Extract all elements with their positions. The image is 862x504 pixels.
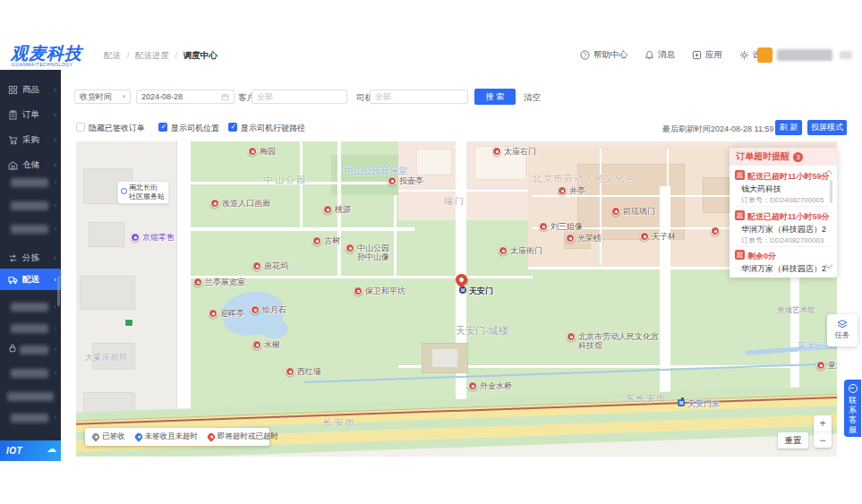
date-input[interactable]: 2024-08-28	[136, 90, 235, 104]
customer-input[interactable]: 全部	[252, 90, 347, 104]
avatar[interactable]	[757, 47, 772, 63]
map-poi[interactable]	[711, 226, 720, 235]
map-path	[300, 141, 303, 231]
map-poi[interactable]: 迎晖亭	[209, 309, 244, 318]
area-label-huangcheng-art: 皇城艺术馆	[777, 305, 815, 316]
sidebar-item-redacted[interactable]	[11, 414, 48, 423]
map-poi[interactable]: 北京市劳动人民文化宫科技馆	[567, 332, 659, 351]
poi-icon	[346, 243, 354, 252]
map-poi[interactable]: 梅园	[248, 147, 276, 156]
sidebar-item-redacted[interactable]	[20, 346, 48, 355]
sidebar-item-redacted[interactable]	[11, 369, 48, 378]
map-poi[interactable]: 改造人口画廊	[210, 199, 270, 208]
hide-signed-label: 隐藏已签收订单	[89, 123, 145, 134]
sidebar-item-redacted[interactable]	[11, 324, 48, 333]
logo-subtitle: GUANMAITECHNOLOGY	[12, 62, 73, 67]
poi-icon	[558, 186, 567, 195]
cart-icon	[8, 135, 18, 145]
zoom-out-button[interactable]: −	[814, 431, 832, 448]
poi-icon	[312, 236, 321, 245]
legend-overdue: 即将超时或已超时	[208, 431, 278, 442]
sidebar-scrollbar[interactable]	[57, 276, 60, 306]
map-poi[interactable]: 光荣榜	[566, 234, 602, 243]
driver-route-checkbox[interactable]	[228, 123, 237, 132]
map-path	[600, 149, 602, 265]
minimize-icon	[849, 384, 858, 393]
lock-icon	[8, 344, 17, 353]
apps-icon	[692, 50, 702, 60]
bus-stop-icon	[124, 319, 133, 327]
layers-icon	[837, 320, 848, 329]
breadcrumb-delivery[interactable]: 配送	[104, 50, 121, 60]
order-timeout-panel: 订单超时提醒 3 超 配送已超时11小时59分 钱大药科技 订单号：DD2408…	[730, 148, 837, 278]
time-type-select[interactable]: 收货时间 ▾	[74, 90, 131, 104]
sidebar-item-redacted[interactable]	[11, 303, 48, 312]
map-poi[interactable]: 绘月石	[251, 305, 286, 314]
search-button[interactable]: 搜 索	[474, 89, 516, 105]
map-poi[interactable]: 中山公园孙中山像	[346, 243, 389, 262]
map-road-nanchizi	[660, 186, 670, 426]
map-poi[interactable]: 投壶亭	[388, 176, 423, 185]
sidebar-item-sorting[interactable]: 分拣›	[0, 251, 61, 265]
driver-input[interactable]: 全部	[370, 90, 468, 104]
map-poi[interactable]: 太庙右门	[492, 147, 536, 156]
map-poi-tiananmen[interactable]: M 天安门	[459, 286, 493, 295]
map-poi[interactable]: 皇城墙	[816, 361, 837, 370]
map-poi[interactable]: 太庙街门	[499, 246, 542, 255]
driver-position-checkbox[interactable]	[158, 123, 167, 132]
messages-button[interactable]: 消息	[644, 49, 675, 61]
sidebar-item-orders[interactable]: 订单›	[0, 107, 61, 122]
map-poi[interactable]: 西红墙	[286, 367, 321, 376]
map-poi[interactable]: 桃源	[323, 205, 351, 214]
sidebar-item-redacted[interactable]	[11, 178, 48, 187]
map-poi-metro-east[interactable]: M 天安门东	[678, 399, 720, 408]
zoom-in-button[interactable]: +	[814, 415, 832, 431]
iot-banner[interactable]: IOT ☁	[0, 440, 61, 461]
map-canvas[interactable]: 中山公园 中山公园音乐堂 端门 北京市劳动人民文化宫 天安门-城楼 长安街 东长…	[76, 141, 837, 457]
service-station-card[interactable]: 南北长街 社区服务站	[117, 181, 169, 204]
map-poi[interactable]: 刘三姐像	[539, 222, 583, 231]
sidebar-item-warehouse[interactable]: 仓储›	[0, 158, 61, 172]
sidebar-item-redacted[interactable]	[11, 201, 48, 210]
map-zoom-control: + −	[814, 415, 832, 448]
map-poi[interactable]: 前琉璃门	[611, 207, 655, 216]
poi-icon	[567, 332, 576, 341]
map-poi[interactable]: 唐花坞	[252, 261, 288, 270]
refresh-button[interactable]: 刷 新	[775, 120, 802, 135]
map-poi[interactable]: 兰亭展览室	[193, 278, 245, 286]
panel-scrollbar[interactable]	[830, 180, 832, 203]
map-building	[80, 276, 135, 310]
map-poi-retail[interactable]: 京烟零售	[131, 233, 175, 242]
pin-blue-icon	[133, 431, 143, 441]
poi-icon	[539, 222, 548, 231]
breadcrumb-progress[interactable]: 配送进度	[135, 50, 169, 60]
sidebar: 商品› 订单› 采购› 仓储› › › › 分拣› 配送› › › › ›	[0, 70, 61, 461]
map-poi[interactable]: 古树	[312, 236, 340, 245]
sidebar-item-redacted[interactable]	[7, 392, 54, 401]
apps-button[interactable]: 应用	[692, 49, 722, 61]
poi-icon-purple	[131, 233, 140, 242]
area-label-changan-street: 长安街	[323, 417, 357, 429]
map-poi[interactable]: 外金水桥	[468, 381, 512, 390]
cast-mode-button[interactable]: 投屏模式	[807, 120, 847, 135]
hide-signed-checkbox[interactable]	[76, 123, 85, 132]
contact-service-button[interactable]: 联系客服	[844, 380, 861, 437]
sidebar-item-purchase[interactable]: 采购›	[0, 132, 61, 147]
map-reset-button[interactable]: 重置	[778, 432, 808, 448]
map-poi[interactable]: 水榭	[252, 340, 280, 349]
area-label-east-changan: 东长安街	[626, 393, 667, 405]
poi-icon	[248, 147, 257, 156]
help-center-button[interactable]: ? 帮助中心	[580, 49, 627, 61]
sidebar-item-redacted[interactable]	[11, 225, 48, 234]
legend-signed: 已签收	[92, 431, 125, 442]
map-poi[interactable]: 井亭	[558, 186, 585, 195]
sidebar-item-goods[interactable]: 商品›	[0, 82, 61, 97]
map-poi[interactable]: 天子林	[640, 232, 676, 241]
area-label-dayanle-hutong: 大宴乐胡同	[85, 353, 128, 363]
clear-button[interactable]: 清空	[524, 92, 541, 104]
map-poi[interactable]: 保卫和平坊	[354, 286, 405, 295]
task-widget[interactable]: 任务	[827, 314, 858, 346]
poi-icon	[286, 367, 294, 376]
scroll-down-icon[interactable]	[825, 261, 832, 269]
sidebar-item-delivery[interactable]: 配送›	[0, 269, 61, 290]
